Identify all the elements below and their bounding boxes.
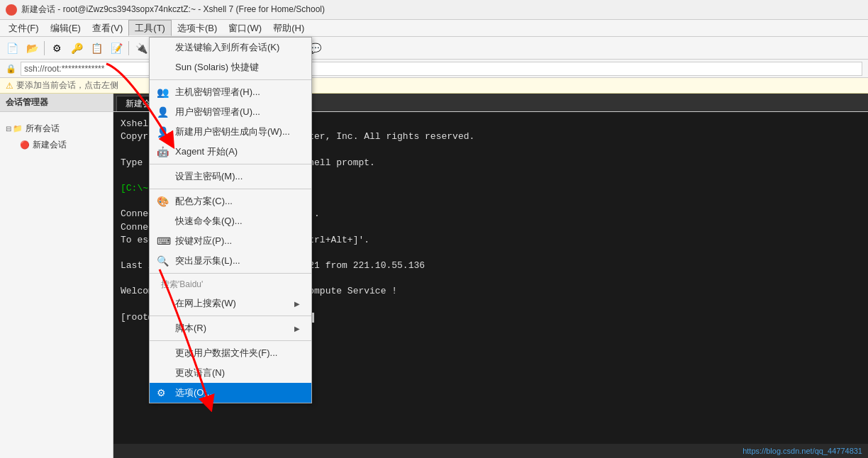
change-user-data-label: 更改用户数据文件夹(F)... (175, 347, 277, 359)
menu-change-user-data[interactable]: 更改用户数据文件夹(F)... (150, 343, 311, 363)
key-mapping-icon: ⌨ (157, 235, 171, 247)
options-gear-icon: ⚙ (157, 387, 166, 398)
menu-new-user-key[interactable]: 👤 新建用户密钥生成向导(W)... (150, 122, 311, 142)
menu-options[interactable]: ⚙ 选项(O)... (150, 383, 311, 403)
user-key-icon: 👤 (157, 106, 169, 118)
dropdown-overlay (0, 0, 868, 458)
menu-sep4 (150, 273, 311, 274)
key-mapping-label: 按键对应(P)... (175, 235, 232, 247)
menu-user-key-mgr[interactable]: 👤 用户密钥管理者(U)... (150, 102, 311, 122)
menu-xagent[interactable]: 🤖 Xagent 开始(A) (150, 142, 311, 162)
script-arrow: ▶ (294, 325, 300, 333)
send-keys-all-label: 发送键输入到所有会话(K) (175, 41, 279, 54)
menu-host-key-mgr[interactable]: 👥 主机密钥管理者(H)... (150, 82, 311, 102)
set-master-pwd-label: 设置主密码(M)... (175, 170, 243, 183)
menu-sep6 (150, 340, 311, 341)
tools-dropdown-menu: 发送键输入到所有会话(K) Sun (Solaris) 快捷键 👥 主机密钥管理… (149, 37, 312, 403)
menu-script[interactable]: 脚本(R) ▶ (150, 318, 311, 338)
menu-color-scheme[interactable]: 🎨 配色方案(C)... (150, 191, 311, 211)
search-baidu-label: 搜索'Baidu' (150, 276, 311, 294)
new-user-key-label: 新建用户密钥生成向导(W)... (175, 125, 290, 138)
search-online-arrow: ▶ (294, 300, 300, 308)
color-scheme-icon: 🎨 (157, 196, 169, 207)
menu-search-online[interactable]: 在网上搜索(W) ▶ (150, 294, 311, 313)
menu-sep5 (150, 315, 311, 316)
menu-sep1 (150, 79, 311, 80)
menu-highlight[interactable]: 🔍 突出显示集(L)... (150, 251, 311, 271)
menu-sep2 (150, 164, 311, 164)
sun-solaris-label: Sun (Solaris) 快捷键 (175, 61, 259, 74)
quick-commands-label: 快速命令集(Q)... (175, 215, 243, 228)
highlight-label: 突出显示集(L)... (175, 255, 240, 267)
menu-sun-solaris[interactable]: Sun (Solaris) 快捷键 (150, 57, 311, 77)
user-key-label: 用户密钥管理者(U)... (175, 106, 260, 118)
host-key-label: 主机密钥管理者(H)... (175, 86, 260, 99)
highlight-icon: 🔍 (157, 255, 169, 267)
new-user-key-icon: 👤 (157, 126, 169, 138)
color-scheme-label: 配色方案(C)... (175, 195, 233, 208)
menu-change-language[interactable]: 更改语言(N) (150, 363, 311, 383)
menu-quick-commands[interactable]: 快速命令集(Q)... (150, 211, 311, 231)
xagent-icon: 🤖 (157, 146, 169, 157)
host-key-icon: 👥 (157, 86, 169, 98)
menu-key-mapping[interactable]: ⌨ 按键对应(P)... (150, 231, 311, 251)
script-label: 脚本(R) (175, 322, 206, 335)
menu-sep3 (150, 189, 311, 189)
search-online-label: 在网上搜索(W) (175, 297, 236, 310)
menu-set-master-pwd[interactable]: 设置主密码(M)... (150, 167, 311, 186)
xagent-label: Xagent 开始(A) (175, 145, 238, 158)
change-language-label: 更改语言(N) (175, 367, 225, 379)
menu-send-keys-all[interactable]: 发送键输入到所有会话(K) (150, 38, 311, 57)
options-label: 选项(O)... (175, 386, 215, 399)
